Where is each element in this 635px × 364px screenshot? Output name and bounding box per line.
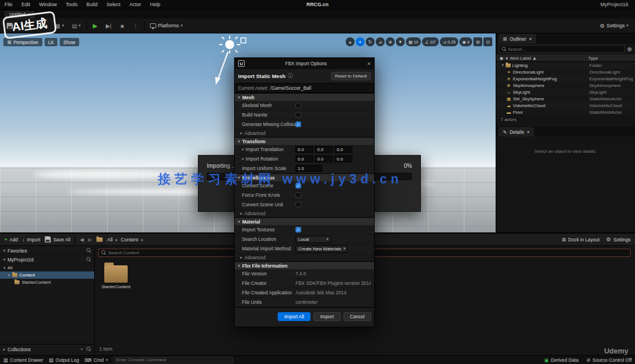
translation-z-field[interactable]: 0.0	[335, 146, 352, 153]
outliner-search-input[interactable]	[508, 47, 622, 52]
rotation-z-field[interactable]: 0.0	[335, 156, 352, 162]
perspective-dropdown[interactable]: ⊞ Perspective	[3, 38, 42, 46]
derived-data-status[interactable]: ▣ Derived Data	[544, 357, 579, 363]
play-button[interactable]: ▶	[90, 21, 100, 31]
save-all-button[interactable]: Save All	[45, 236, 70, 242]
close-icon[interactable]: ×	[527, 129, 530, 135]
console-command-box[interactable]	[113, 357, 233, 363]
collections-section[interactable]: ▸ Collections +	[0, 344, 94, 354]
menu-item-actor[interactable]: Actor	[125, 2, 146, 7]
output-log-button[interactable]: ▤ Output Log	[49, 357, 79, 363]
outliner-row-volumetriccloud[interactable]: ☁ VolumetricCloud VolumetricCloud	[496, 102, 635, 109]
search-icon[interactable]	[86, 248, 91, 253]
back-button[interactable]: ◀	[80, 237, 84, 242]
search-icon[interactable]	[86, 257, 91, 262]
project-header[interactable]: ▾ MyProject16	[0, 255, 94, 264]
outliner-search-box[interactable]	[499, 45, 625, 53]
folder-tile-startercontent[interactable]: StarterContent	[100, 262, 132, 289]
close-icon[interactable]: ×	[529, 36, 532, 42]
outliner-row-lighting-folder[interactable]: ▾ Lighting Folder	[496, 62, 635, 69]
frame-skip-button[interactable]: ▶|	[104, 21, 114, 31]
material-import-method-dropdown[interactable]: Create New Materials ▾	[295, 245, 348, 253]
viewport-options-button[interactable]: ⊞	[473, 37, 482, 46]
scale-snap-button[interactable]: ⊿ 0.25	[440, 37, 458, 46]
section-fbx-file-information[interactable]: ▾ Fbx File Information	[235, 261, 374, 269]
add-content-dropdown[interactable]: + ▾	[38, 21, 50, 31]
play-options-button[interactable]: ⋮	[130, 21, 140, 31]
cancel-button[interactable]: Cancel	[343, 312, 371, 321]
tree-item-all[interactable]: ▾ All	[0, 264, 94, 271]
force-front-xaxis-checkbox[interactable]	[295, 192, 301, 198]
import-all-button[interactable]: Import All	[278, 312, 311, 321]
menu-item-help[interactable]: Help	[146, 2, 165, 7]
import-button[interactable]: ↓ Import	[22, 237, 40, 242]
rotate-tool-button[interactable]: ↻	[366, 37, 375, 46]
misc-advanced-expander[interactable]: ▸ Advanced	[235, 210, 374, 217]
item-label-column[interactable]: Item Label ▲	[510, 56, 537, 61]
rotation-x-field[interactable]: 0.0	[295, 156, 313, 162]
generate-missing-collision-checkbox[interactable]: ✓	[295, 122, 301, 127]
outliner-row-exponentialheightfog[interactable]: ≋ ExponentialHeightFog ExponentialHeight…	[496, 75, 635, 82]
material-advanced-expander[interactable]: ▸ Advanced	[235, 254, 374, 261]
editor-modes-dropdown[interactable]: ⊞ ▾	[22, 21, 35, 31]
convert-scene-checkbox[interactable]: ✓	[295, 183, 301, 188]
breadcrumb-content[interactable]: Content	[121, 237, 139, 242]
outliner-column-header[interactable]: ◉ ♦ Item Label ▲ Type	[496, 55, 635, 62]
tree-item-startercontent[interactable]: StarterContent	[0, 279, 94, 286]
forward-button[interactable]: ▶	[88, 237, 92, 242]
import-button[interactable]: Import	[313, 312, 340, 321]
cb-settings-button[interactable]: ⚙ Settings	[606, 236, 631, 242]
show-dropdown[interactable]: Show	[60, 38, 79, 46]
outliner-row-floor[interactable]: ▬ Floor StaticMeshActor	[496, 109, 635, 115]
breadcrumb-all[interactable]: All	[107, 237, 113, 242]
chevron-right-icon[interactable]: ▸	[242, 147, 244, 152]
tree-item-content[interactable]: ▾ Content	[0, 271, 94, 279]
menu-item-build[interactable]: Build	[82, 2, 102, 7]
translation-x-field[interactable]: 0.0	[295, 146, 313, 153]
grid-snap-button[interactable]: ▦ 10	[406, 37, 421, 46]
menu-item-window[interactable]: Window	[35, 2, 61, 7]
maximize-viewport-button[interactable]: ⊡	[483, 37, 492, 46]
save-button[interactable]	[4, 21, 15, 31]
add-button[interactable]: + Add	[4, 237, 18, 242]
menu-item-edit[interactable]: Edit	[17, 2, 35, 7]
outliner-row-skylight[interactable]: ☼ SkyLight SkyLight	[496, 89, 635, 95]
menu-item-tools[interactable]: Tools	[61, 2, 82, 7]
world-space-button[interactable]: ⊕	[386, 37, 395, 46]
section-mesh[interactable]: ▾ Mesh	[235, 93, 374, 101]
dock-in-layout-button[interactable]: ⊞ Dock in Layout	[562, 237, 599, 242]
cmd-dropdown[interactable]: ⌨ Cmd ▾	[85, 357, 108, 363]
search-icon[interactable]	[86, 347, 91, 352]
stop-button[interactable]: ■	[117, 21, 127, 31]
surface-snap-button[interactable]: ▼	[396, 37, 405, 46]
outliner-row-directionallight[interactable]: ☀ DirectionalLight DirectionalLight	[496, 69, 635, 75]
reset-to-default-button[interactable]: Reset to Default	[331, 72, 371, 80]
scale-tool-button[interactable]: ⊿	[376, 37, 385, 46]
lit-dropdown[interactable]: Lit	[45, 38, 57, 46]
outliner-tab[interactable]: ⊞ Outliner ×	[498, 34, 536, 43]
favorites-header[interactable]: ▾ Favorites	[0, 246, 94, 255]
chevron-right-icon[interactable]: ▸	[242, 157, 244, 161]
search-location-dropdown[interactable]: Local ▾	[295, 236, 331, 243]
console-command-input[interactable]	[116, 357, 230, 362]
blueprints-dropdown[interactable]: ▦ ▾	[53, 21, 66, 31]
chevron-down-icon[interactable]: ▾	[502, 63, 504, 67]
translation-y-field[interactable]: 0.0	[315, 146, 333, 153]
menu-item-select[interactable]: Select	[102, 2, 125, 7]
move-tool-button[interactable]: +	[356, 37, 365, 46]
dialog-titlebar[interactable]: U FBX Import Options ×	[235, 58, 374, 69]
uniform-scale-field[interactable]: 1.0	[295, 165, 322, 172]
settings-dropdown[interactable]: ⚙ Settings ▾	[598, 21, 631, 31]
build-nanite-checkbox[interactable]	[295, 112, 301, 118]
rotation-snap-button[interactable]: ∠ 10°	[422, 37, 439, 46]
outliner-row-skyatmosphere[interactable]: ⊕ SkyAtmosphere SkyAtmosphere	[496, 82, 635, 89]
section-miscellaneous[interactable]: ▾ Miscellaneous	[235, 173, 374, 181]
section-material[interactable]: ▾ Material	[235, 217, 374, 225]
level-tab[interactable]: Untitled ▾	[3, 10, 36, 18]
details-tab[interactable]: ✎ Details ×	[498, 127, 534, 137]
close-icon[interactable]: ×	[367, 60, 371, 67]
add-collection-icon[interactable]: +	[80, 347, 83, 352]
content-drawer-button[interactable]: ▤ Content Drawer	[3, 357, 43, 363]
type-column[interactable]: Type	[588, 56, 632, 61]
cinematics-dropdown[interactable]: ▤ ▾	[70, 21, 83, 31]
